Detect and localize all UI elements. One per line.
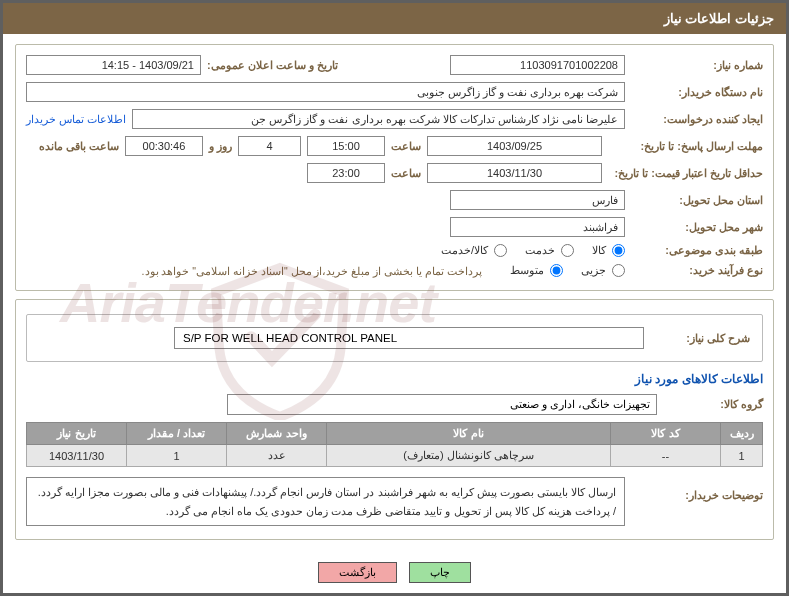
- cell-qty: 1: [127, 445, 227, 467]
- need-number-label: شماره نیاز:: [631, 59, 763, 72]
- radio-medium-label: متوسط: [510, 264, 544, 277]
- radio-service-label: خدمت: [525, 244, 555, 257]
- buyer-org-label: نام دستگاه خریدار:: [631, 86, 763, 99]
- city-field: فراشبند: [450, 217, 625, 237]
- category-label: طبقه بندی موضوعی:: [631, 244, 763, 257]
- announce-date-label: تاریخ و ساعت اعلان عمومی:: [207, 59, 338, 72]
- goods-info-title: اطلاعات کالاهای مورد نیاز: [28, 372, 763, 386]
- goods-table: ردیف کد کالا نام کالا واحد شمارش تعداد /…: [26, 422, 763, 467]
- cell-code: --: [611, 445, 721, 467]
- validity-hour-field: 23:00: [307, 163, 385, 183]
- detail-panel: شرح کلی نیاز: S/P FOR WELL HEAD CONTROL …: [15, 299, 774, 540]
- radio-both[interactable]: [494, 244, 507, 257]
- group-field: تجهیزات خانگی، اداری و صنعتی: [227, 394, 657, 415]
- print-button[interactable]: چاپ: [409, 562, 471, 583]
- page-title-bar: جزئیات اطلاعات نیاز: [3, 3, 786, 34]
- description-box: شرح کلی نیاز: S/P FOR WELL HEAD CONTROL …: [26, 314, 763, 362]
- th-code: کد کالا: [611, 423, 721, 445]
- button-bar: چاپ بازگشت: [3, 552, 786, 593]
- th-date: تاریخ نیاز: [27, 423, 127, 445]
- description-label: شرح کلی نیاز:: [650, 332, 750, 345]
- countdown-field: 00:30:46: [125, 136, 203, 156]
- radio-goods-label: کالا: [592, 244, 606, 257]
- days-and-label: روز و: [209, 140, 232, 153]
- top-info-panel: شماره نیاز: 1103091701002208 تاریخ و ساع…: [15, 44, 774, 291]
- page-title: جزئیات اطلاعات نیاز: [664, 11, 774, 26]
- hour-label-1: ساعت: [391, 140, 421, 153]
- process-label: نوع فرآیند خرید:: [631, 264, 763, 277]
- hour-label-2: ساعت: [391, 167, 421, 180]
- th-unit: واحد شمارش: [227, 423, 327, 445]
- requester-label: ایجاد کننده درخواست:: [631, 113, 763, 126]
- announce-date-field: 1403/09/21 - 14:15: [26, 55, 201, 75]
- radio-both-label: کالا/خدمت: [441, 244, 488, 257]
- buyer-contact-link[interactable]: اطلاعات تماس خریدار: [26, 113, 126, 126]
- deadline-hour-field: 15:00: [307, 136, 385, 156]
- days-remaining-field: 4: [238, 136, 301, 156]
- radio-service[interactable]: [561, 244, 574, 257]
- cell-unit: عدد: [227, 445, 327, 467]
- city-label: شهر محل تحویل:: [631, 221, 763, 234]
- group-label: گروه کالا:: [663, 398, 763, 411]
- process-note: پرداخت تمام یا بخشی از مبلغ خرید،از محل …: [142, 265, 482, 277]
- deadline-date-field: 1403/09/25: [427, 136, 602, 156]
- buyer-org-field: شرکت بهره برداری نفت و گاز زاگرس جنوبی: [26, 82, 625, 102]
- validity-label: حداقل تاریخ اعتبار قیمت: تا تاریخ:: [608, 167, 763, 180]
- main-frame: جزئیات اطلاعات نیاز شماره نیاز: 11030917…: [0, 0, 789, 596]
- cell-date: 1403/11/30: [27, 445, 127, 467]
- process-radio-group: جزیی متوسط: [496, 264, 625, 277]
- remaining-label: ساعت باقی مانده: [39, 140, 119, 153]
- radio-goods[interactable]: [612, 244, 625, 257]
- table-row: 1 -- سرچاهی کانونشنال (متعارف) عدد 1 140…: [27, 445, 763, 467]
- th-qty: تعداد / مقدار: [127, 423, 227, 445]
- validity-date-field: 1403/11/30: [427, 163, 602, 183]
- province-label: استان محل تحویل:: [631, 194, 763, 207]
- th-name: نام کالا: [327, 423, 611, 445]
- th-row: ردیف: [721, 423, 763, 445]
- need-number-field: 1103091701002208: [450, 55, 625, 75]
- radio-medium[interactable]: [550, 264, 563, 277]
- province-field: فارس: [450, 190, 625, 210]
- requester-field: علیرضا نامی نژاد کارشناس تدارکات کالا شر…: [132, 109, 625, 129]
- radio-small-label: جزیی: [581, 264, 606, 277]
- description-field: S/P FOR WELL HEAD CONTROL PANEL: [174, 327, 644, 349]
- buyer-notes-label: توضیحات خریدار:: [631, 477, 763, 502]
- back-button[interactable]: بازگشت: [318, 562, 397, 583]
- radio-small[interactable]: [612, 264, 625, 277]
- category-radio-group: کالا خدمت کالا/خدمت: [427, 244, 625, 257]
- cell-name: سرچاهی کانونشنال (متعارف): [327, 445, 611, 467]
- deadline-label: مهلت ارسال پاسخ: تا تاریخ:: [608, 140, 763, 153]
- buyer-notes-field: ارسال کالا بایستی بصورت پیش کرایه به شهر…: [26, 477, 625, 526]
- cell-idx: 1: [721, 445, 763, 467]
